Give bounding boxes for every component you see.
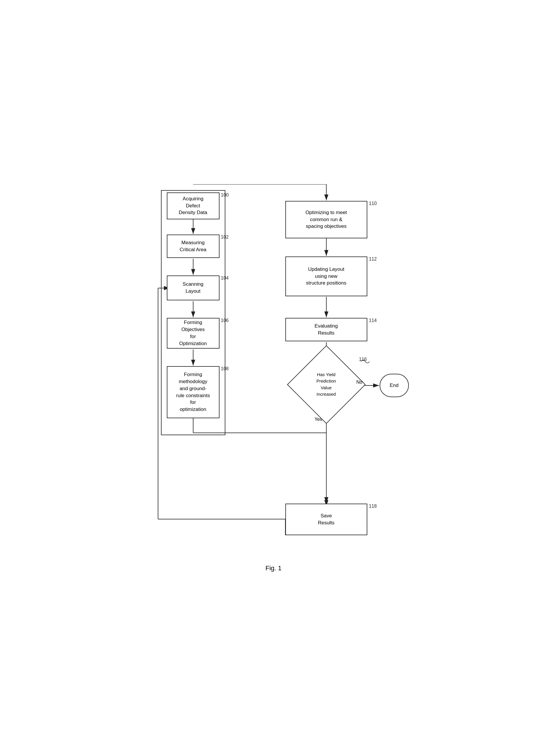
node-110: Optimizing to meet common run & spacing … bbox=[286, 201, 367, 238]
node-116: Has Yield Prediction Value Increased bbox=[299, 357, 354, 412]
ref-100: 100 bbox=[221, 192, 229, 198]
ref-110: 110 bbox=[369, 201, 377, 206]
node-100: Acquiring Defect Density Data bbox=[167, 192, 219, 219]
node-118: Save Results bbox=[286, 504, 367, 535]
ref-118: 118 bbox=[369, 504, 377, 509]
node-102: Measuring Critical Area bbox=[167, 235, 219, 258]
figure-caption: Fig. 1 bbox=[265, 564, 282, 572]
flowchart-diagram: Acquiring Defect Density Data 100 Measur… bbox=[142, 184, 405, 559]
node-end: End bbox=[380, 374, 409, 397]
ref-108: 108 bbox=[221, 366, 229, 371]
yes-label: Yes bbox=[315, 417, 322, 422]
ref-106: 106 bbox=[221, 318, 229, 323]
ref-114: 114 bbox=[369, 318, 377, 323]
ref-112: 112 bbox=[369, 256, 377, 262]
no-label: No bbox=[357, 380, 362, 385]
node-104: Scanning Layout bbox=[167, 275, 219, 300]
node-112: Updating Layout using new structure posi… bbox=[286, 256, 367, 296]
node-108: Forming methodology and ground- rule con… bbox=[167, 366, 219, 418]
ref-104: 104 bbox=[221, 275, 229, 281]
node-106: Forming Objectives for Optimization bbox=[167, 318, 219, 349]
ref-102: 102 bbox=[221, 235, 229, 240]
node-114: Evaluating Results bbox=[286, 318, 367, 341]
